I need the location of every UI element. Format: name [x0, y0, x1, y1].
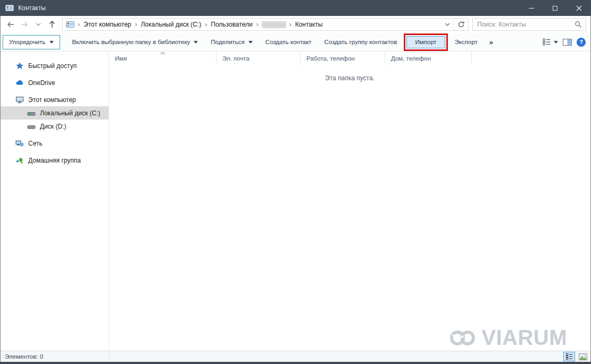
window-controls — [519, 0, 591, 16]
viarum-watermark: VIARUM — [447, 326, 567, 350]
breadcrumb-separator-icon: › — [134, 21, 138, 28]
export-button[interactable]: Экспорт — [448, 33, 484, 52]
back-button[interactable] — [4, 18, 18, 31]
window-title: Контакты — [18, 4, 46, 12]
breadcrumb-local-disk-c[interactable]: Локальный диск (C:) — [138, 19, 204, 30]
new-contact-group-label: Создать группу контактов — [324, 39, 397, 45]
column-header-name[interactable]: Имя — [109, 52, 217, 65]
items-count: Элементов: 0 — [1, 353, 43, 360]
organize-label: Упорядочить — [9, 39, 45, 45]
sidebar-item-quick-access[interactable]: Быстрый доступ — [1, 59, 109, 72]
sidebar-item-disk-d[interactable]: Диск (D:) — [1, 120, 109, 133]
details-view-icon — [543, 38, 551, 46]
column-label: Работа, телефон — [306, 55, 355, 62]
chevron-down-icon — [554, 41, 558, 44]
maximize-button[interactable] — [543, 0, 567, 16]
recent-locations-button[interactable] — [31, 18, 45, 31]
preview-pane-icon — [563, 39, 572, 46]
breadcrumb-this-pc[interactable]: Этот компьютер — [81, 19, 134, 30]
minimize-button[interactable] — [519, 0, 543, 16]
title-bar: Контакты — [0, 0, 591, 16]
explorer-window: Контакты › Этот компьютер › — [0, 0, 591, 364]
sidebar-item-network[interactable]: Сеть — [1, 137, 109, 150]
new-contact-label: Создать контакт — [265, 39, 312, 45]
network-icon — [15, 139, 24, 148]
address-dropdown-button[interactable] — [442, 19, 453, 30]
folder-contacts-icon — [66, 21, 74, 28]
close-button[interactable] — [567, 0, 591, 16]
contacts-app-icon — [5, 5, 14, 11]
breadcrumb-username-blurred[interactable] — [262, 21, 286, 28]
window-bottom-border — [0, 362, 591, 364]
more-commands-button[interactable]: » — [484, 33, 498, 52]
import-annotation-box: Импорт — [404, 33, 447, 51]
toolbar-right-group: ? — [543, 38, 590, 47]
column-header-work-phone[interactable]: Работа, телефон — [301, 52, 385, 65]
include-in-library-button[interactable]: Включить выбранную папку в библиотеку — [65, 33, 204, 52]
import-label: Импорт — [415, 39, 436, 45]
sidebar-label: Домашняя группа — [28, 157, 81, 164]
breadcrumb-separator-icon: › — [288, 21, 293, 28]
sidebar-item-homegroup[interactable]: Домашняя группа — [1, 154, 109, 167]
navigation-bar: › Этот компьютер › Локальный диск (C:) ›… — [1, 16, 590, 33]
thumbnails-view-icon — [579, 353, 587, 360]
column-header-filler — [472, 52, 590, 65]
refresh-icon — [457, 21, 465, 28]
search-input[interactable]: Поиск: Контакты — [473, 21, 575, 28]
breadcrumb-contacts[interactable]: Контакты — [293, 19, 326, 30]
column-header-home-phone[interactable]: Дом, телефон — [385, 52, 472, 65]
refresh-button[interactable] — [453, 19, 468, 30]
breadcrumb-users[interactable]: Пользователи — [208, 19, 255, 30]
share-button[interactable]: Поделиться — [204, 33, 259, 52]
thumbnails-view-toggle[interactable] — [577, 352, 589, 361]
search-box[interactable]: Поиск: Контакты — [472, 18, 586, 31]
import-button[interactable]: Импорт — [406, 36, 445, 48]
help-glyph: ? — [579, 39, 583, 45]
status-bar: Элементов: 0 — [1, 351, 590, 362]
drive-c-icon — [27, 109, 36, 117]
details-view-icon — [566, 353, 573, 360]
column-header-email[interactable]: Эл. почта — [217, 52, 301, 65]
organize-button[interactable]: Упорядочить — [3, 35, 60, 49]
chevron-down-icon — [248, 41, 253, 44]
help-button[interactable]: ? — [577, 38, 586, 47]
column-header-row: Имя Эл. почта Работа, телефон Дом, телеф… — [109, 52, 590, 65]
new-contact-button[interactable]: Создать контакт — [259, 33, 318, 52]
viarum-text: VIARUM — [481, 326, 567, 350]
this-pc-icon — [15, 96, 24, 104]
details-view-toggle[interactable] — [563, 352, 575, 361]
breadcrumb-separator-icon: › — [204, 21, 208, 28]
address-bar-right — [442, 19, 468, 30]
back-arrow-icon — [6, 20, 15, 29]
drive-d-icon — [27, 122, 36, 131]
up-button[interactable] — [45, 18, 59, 31]
file-list-area: Имя Эл. почта Работа, телефон Дом, телеф… — [109, 52, 590, 351]
chevron-down-icon — [194, 41, 198, 44]
change-view-button[interactable] — [543, 38, 558, 46]
sidebar-item-local-disk-c[interactable]: Локальный диск (C:) — [1, 106, 109, 120]
maximize-icon — [553, 6, 557, 11]
search-icon[interactable] — [575, 21, 582, 28]
sidebar-label: Сеть — [28, 140, 43, 147]
sidebar-label: Локальный диск (C:) — [40, 109, 101, 117]
sidebar-item-this-pc[interactable]: Этот компьютер — [1, 93, 109, 106]
chevron-down-icon — [445, 22, 450, 27]
status-divider — [109, 352, 110, 361]
breadcrumb-separator-icon: › — [77, 21, 81, 28]
breadcrumb-separator-icon: › — [255, 21, 260, 28]
sidebar-label: Диск (D:) — [40, 123, 66, 130]
column-label: Эл. почта — [222, 55, 249, 62]
forward-button[interactable] — [18, 18, 31, 31]
preview-pane-button[interactable] — [563, 39, 572, 46]
column-label: Имя — [115, 55, 127, 62]
onedrive-cloud-icon — [15, 79, 24, 87]
chevron-down-icon — [49, 41, 54, 44]
include-in-library-label: Включить выбранную папку в библиотеку — [72, 39, 190, 45]
forward-arrow-icon — [20, 20, 29, 29]
address-bar[interactable]: › Этот компьютер › Локальный диск (C:) ›… — [62, 18, 469, 31]
sidebar-item-onedrive[interactable]: OneDrive — [1, 76, 109, 89]
sidebar-label: Быстрый доступ — [28, 62, 77, 70]
command-toolbar: Упорядочить Включить выбранную папку в б… — [1, 33, 590, 52]
quick-access-star-icon — [15, 62, 24, 70]
new-contact-group-button[interactable]: Создать группу контактов — [318, 33, 404, 52]
